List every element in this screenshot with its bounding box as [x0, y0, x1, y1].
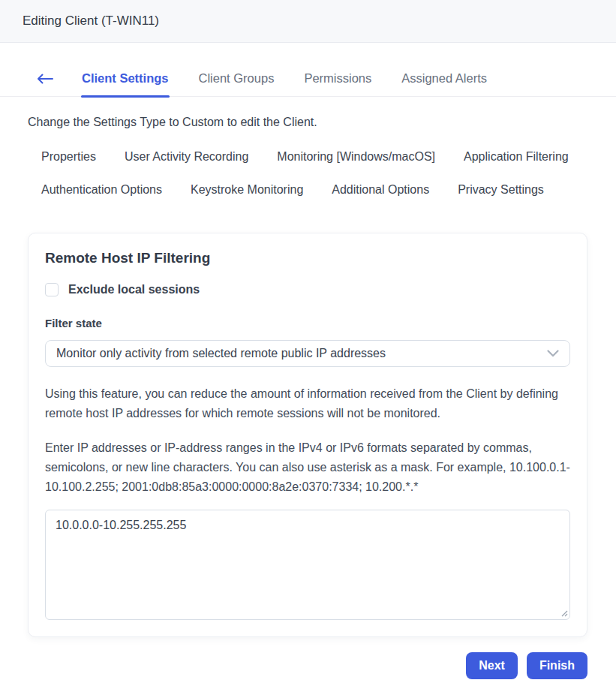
exclude-local-sessions-row[interactable]: Exclude local sessions [45, 283, 570, 296]
subtab-user-activity-recording[interactable]: User Activity Recording [125, 150, 248, 164]
feature-description: Using this feature, you can reduce the a… [45, 384, 570, 423]
finish-button[interactable]: Finish [527, 652, 587, 679]
tab-client-settings[interactable]: Client Settings [81, 71, 170, 96]
subtab-privacy-settings[interactable]: Privacy Settings [458, 183, 544, 197]
tab-assigned-alerts[interactable]: Assigned Alerts [401, 71, 488, 96]
main-tab-bar: Client Settings Client Groups Permission… [0, 71, 616, 97]
subtab-keystroke-monitoring[interactable]: Keystroke Monitoring [191, 183, 303, 197]
subtab-application-filtering[interactable]: Application Filtering [464, 150, 569, 164]
tab-client-groups[interactable]: Client Groups [198, 71, 275, 96]
exclude-local-sessions-label: Exclude local sessions [68, 283, 200, 296]
settings-section-nav: Properties User Activity Recording Monit… [41, 150, 593, 197]
exclude-local-sessions-checkbox[interactable] [45, 283, 59, 296]
arrow-left-icon [36, 74, 54, 84]
next-button[interactable]: Next [466, 652, 518, 679]
subtab-monitoring-windows-macos[interactable]: Monitoring [Windows/macOS] [277, 150, 435, 164]
tab-permissions[interactable]: Permissions [303, 71, 372, 96]
subtab-properties[interactable]: Properties [41, 150, 96, 164]
ip-list-input[interactable]: 10.0.0.0-10.255.255.255 [45, 510, 570, 620]
format-description: Enter IP addresses or IP-address ranges … [45, 438, 570, 497]
page-header: Editing Client (T-WIN11) [0, 0, 616, 43]
wizard-footer: Next Finish [0, 652, 587, 679]
back-button[interactable] [36, 74, 54, 96]
remote-host-ip-filtering-card: Remote Host IP Filtering Exclude local s… [28, 233, 587, 637]
filter-state-select[interactable]: Monitor only activity from selected remo… [45, 340, 570, 367]
card-title: Remote Host IP Filtering [45, 250, 570, 266]
chevron-down-icon [547, 350, 559, 357]
ip-list-field-wrap: 10.0.0.0-10.255.255.255 [45, 510, 570, 620]
subtab-additional-options[interactable]: Additional Options [332, 183, 429, 197]
filter-state-label: Filter state [45, 317, 570, 329]
settings-type-notice: Change the Settings Type to Custom to ed… [28, 116, 588, 129]
page-title: Editing Client (T-WIN11) [23, 14, 159, 29]
subtab-authentication-options[interactable]: Authentication Options [41, 183, 162, 197]
filter-state-selected-value: Monitor only activity from selected remo… [56, 347, 547, 360]
